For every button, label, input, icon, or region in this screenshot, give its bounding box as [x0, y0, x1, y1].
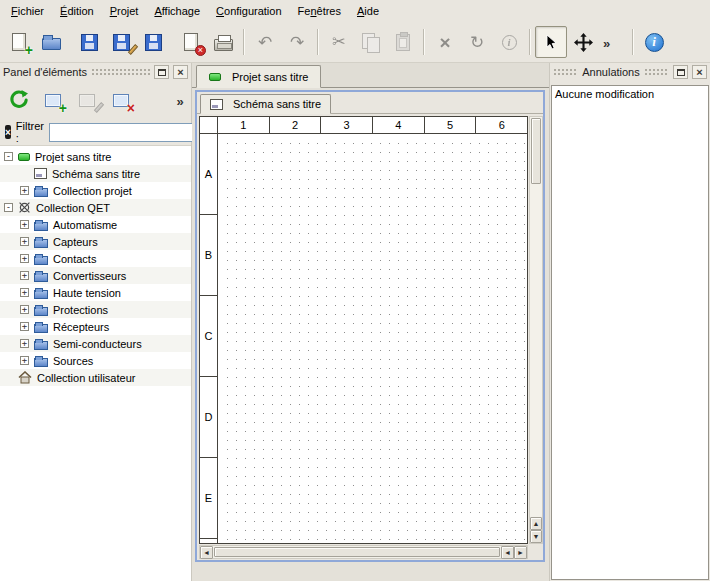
tree-item-collection-utilisateur[interactable]: Collection utilisateur [0, 369, 191, 386]
dock-close-button[interactable] [692, 65, 707, 79]
diagram-grid[interactable] [219, 135, 527, 543]
dock-grip[interactable] [91, 68, 150, 76]
redo-button[interactable] [281, 26, 313, 58]
scroll-right-button[interactable] [514, 546, 527, 559]
edit-element-button[interactable] [72, 85, 102, 115]
folder-icon [34, 256, 48, 265]
rotate-button[interactable] [461, 26, 493, 58]
collapse-expander-icon[interactable]: - [4, 152, 13, 161]
horizontal-scrollbar[interactable] [199, 545, 528, 559]
save-as-button[interactable] [105, 26, 137, 58]
menu-edition[interactable]: Édition [52, 1, 102, 21]
vertical-scrollbar-track[interactable] [530, 185, 542, 517]
toolbar-separator [243, 29, 245, 55]
new-project-button[interactable] [3, 26, 35, 58]
project-tab-label: Projet sans titre [232, 71, 308, 83]
menu-fenetres[interactable]: Fenêtres [290, 1, 349, 21]
undo-dock-titlebar[interactable]: Annulations [550, 63, 710, 81]
reload-collections-button[interactable] [4, 85, 34, 115]
horizontal-scrollbar-thumb[interactable] [214, 547, 500, 557]
tree-item-collection-projet[interactable]: + Collection projet [0, 182, 191, 199]
collapse-expander-icon[interactable]: + [20, 356, 29, 365]
collapse-expander-icon[interactable]: + [20, 186, 29, 195]
save-button[interactable] [73, 26, 105, 58]
column-headers: 1 2 3 4 5 6 [200, 117, 527, 134]
diagram-view: 1 2 3 4 5 6 A B C D E [197, 114, 543, 560]
copy-icon [359, 30, 383, 54]
close-file-button[interactable] [175, 26, 207, 58]
tree-item-automatisme[interactable]: + Automatisme [0, 216, 191, 233]
dock-float-button[interactable] [673, 65, 688, 79]
paste-button[interactable] [387, 26, 419, 58]
menu-aide[interactable]: Aide [349, 1, 387, 21]
filter-row: Filtrer : [0, 119, 191, 145]
panel-overflow-button[interactable] [173, 89, 187, 111]
vertical-scrollbar-thumb[interactable] [531, 118, 541, 184]
tree-item-capteurs[interactable]: + Capteurs [0, 233, 191, 250]
delete-button[interactable] [429, 26, 461, 58]
collapse-expander-icon[interactable]: + [20, 271, 29, 280]
copy-button[interactable] [355, 26, 387, 58]
tree-item-sources[interactable]: + Sources [0, 352, 191, 369]
tab-projet-sans-titre[interactable]: Projet sans titre [196, 65, 321, 88]
collapse-expander-icon[interactable]: + [20, 237, 29, 246]
clear-filter-icon[interactable] [5, 125, 11, 139]
tree-item-contacts[interactable]: + Contacts [0, 250, 191, 267]
scroll-left-button[interactable] [501, 546, 514, 559]
scroll-up-button[interactable] [530, 517, 542, 530]
select-mode-button[interactable] [535, 26, 567, 58]
menu-configuration[interactable]: Configuration [208, 1, 289, 21]
new-element-button[interactable] [38, 85, 68, 115]
tree-item-haute-tension[interactable]: + Haute tension [0, 284, 191, 301]
delete-element-button[interactable] [106, 85, 136, 115]
undo-history-item[interactable]: Aucune modification [552, 86, 708, 102]
tree-item-semi-conducteurs[interactable]: + Semi-conducteurs [0, 335, 191, 352]
undo-history-dock: Annulations Aucune modification [549, 63, 710, 581]
column-header: 6 [476, 117, 527, 133]
collapse-expander-icon[interactable]: + [20, 322, 29, 331]
scroll-left-icon [203, 549, 210, 556]
menu-affichage[interactable]: Affichage [146, 1, 208, 21]
dock-grip[interactable] [553, 68, 578, 76]
tree-item-schema-sans-titre[interactable]: Schéma sans titre [0, 165, 191, 182]
diagram-canvas[interactable]: 1 2 3 4 5 6 A B C D E [199, 116, 528, 544]
tree-item-projet-sans-titre[interactable]: - Projet sans titre [0, 148, 191, 165]
tree-item-label: Récepteurs [53, 321, 109, 333]
elements-panel-titlebar[interactable]: Panel d'éléments [0, 63, 191, 81]
about-button[interactable] [638, 26, 670, 58]
edit-element-icon [75, 88, 99, 112]
filter-input[interactable] [49, 123, 199, 142]
tree-item-convertisseurs[interactable]: + Convertisseurs [0, 267, 191, 284]
collapse-expander-icon[interactable]: - [4, 203, 13, 212]
cut-button[interactable] [323, 26, 355, 58]
collapse-expander-icon[interactable]: + [20, 220, 29, 229]
tab-schema-sans-titre[interactable]: Schéma sans titre [200, 94, 331, 114]
element-info-icon [497, 30, 521, 54]
menu-fichier[interactable]: Fichier [3, 1, 52, 21]
folder-icon [34, 290, 48, 299]
open-project-button[interactable] [35, 26, 67, 58]
dock-grip[interactable] [644, 68, 669, 76]
project-icon [18, 153, 30, 161]
print-button[interactable] [207, 26, 239, 58]
tree-item-collection-qet[interactable]: - Collection QET [0, 199, 191, 216]
scroll-down-button[interactable] [530, 530, 542, 543]
scroll-left-button[interactable] [200, 546, 213, 559]
tree-item-protections[interactable]: + Protections [0, 301, 191, 318]
menu-projet[interactable]: Projet [102, 1, 147, 21]
collapse-expander-icon[interactable]: + [20, 288, 29, 297]
tree-item-recepteurs[interactable]: + Récepteurs [0, 318, 191, 335]
collapse-expander-icon[interactable]: + [20, 339, 29, 348]
pan-mode-button[interactable] [567, 26, 599, 58]
tree-item-label: Semi-conducteurs [53, 338, 142, 350]
toolbar-overflow-button[interactable] [599, 26, 614, 58]
dock-float-button[interactable] [154, 65, 169, 79]
element-info-button[interactable] [493, 26, 525, 58]
save-all-button[interactable] [137, 26, 169, 58]
dock-close-button[interactable] [173, 65, 188, 79]
undo-button[interactable] [249, 26, 281, 58]
vertical-scrollbar[interactable] [529, 116, 543, 544]
collapse-expander-icon[interactable]: + [20, 254, 29, 263]
undo-history-list[interactable]: Aucune modification [551, 85, 709, 580]
collapse-expander-icon[interactable]: + [20, 305, 29, 314]
